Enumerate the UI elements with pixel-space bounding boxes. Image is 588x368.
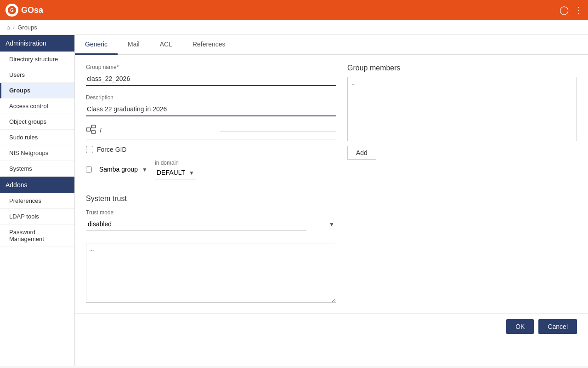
svg-rect-4: [91, 131, 96, 133]
sidebar-section-addons: Addons: [0, 177, 74, 193]
samba-select-wrapper: Samba group ▼: [97, 163, 149, 176]
sidebar-item-sudo-rules[interactable]: Sudo rules: [0, 130, 74, 145]
in-domain-group: in domain DEFAULT ▼: [155, 160, 196, 179]
description-group: Description: [86, 94, 336, 116]
domain-select-wrapper: DEFAULT ▼: [155, 166, 196, 179]
sidebar-item-users[interactable]: Users: [0, 67, 74, 83]
samba-row: Samba group ▼ in domain DEFAULT ▼: [86, 160, 336, 179]
tabs-bar: Generic Mail ACL References: [75, 35, 588, 55]
samba-group-select[interactable]: Samba group: [97, 163, 149, 176]
theme-toggle-icon[interactable]: ◯: [560, 5, 569, 15]
ok-button[interactable]: OK: [506, 319, 534, 334]
cancel-button[interactable]: Cancel: [538, 319, 577, 334]
trust-mode-arrow: ▼: [329, 221, 334, 228]
group-members-title: Group members: [347, 64, 577, 72]
sidebar-item-password-management[interactable]: Password Management: [0, 224, 74, 247]
force-gid-row: Force GID: [86, 146, 336, 153]
tab-mail[interactable]: Mail: [118, 35, 150, 55]
group-name-input[interactable]: [86, 72, 336, 86]
base-dn-icon: [86, 125, 96, 136]
trust-textarea[interactable]: ~: [86, 243, 336, 303]
home-icon[interactable]: ⌂: [6, 24, 10, 31]
sidebar-item-access-control[interactable]: Access control: [0, 98, 74, 114]
sidebar-section-administration: Administration: [0, 35, 74, 52]
logo-icon: G: [6, 4, 18, 17]
group-name-group: Group name*: [86, 64, 336, 86]
samba-group-checkbox[interactable]: [86, 167, 92, 172]
trust-mode-select[interactable]: disabled: [86, 218, 306, 231]
sidebar-item-object-groups[interactable]: Object groups: [0, 114, 74, 130]
tab-generic[interactable]: Generic: [75, 35, 118, 55]
footer-bar: OK Cancel: [75, 313, 588, 339]
description-label: Description: [86, 94, 336, 101]
group-members-placeholder: ~: [351, 81, 355, 88]
form-left: Group name* Description: [86, 64, 336, 304]
main-layout: Administration Directory structure Users…: [0, 35, 588, 366]
logo-text: GOsa: [21, 6, 43, 15]
svg-text:G: G: [10, 8, 14, 13]
system-trust-title: System trust: [86, 195, 336, 203]
tab-acl[interactable]: ACL: [150, 35, 182, 55]
trust-mode-select-wrapper: disabled ▼: [86, 218, 336, 231]
logo: G GOsa: [6, 4, 43, 17]
group-members-box: ~: [347, 77, 577, 141]
tab-references[interactable]: References: [182, 35, 236, 55]
main-content: Generic Mail ACL References Group name* …: [75, 35, 588, 366]
form-area: Group name* Description: [75, 55, 588, 313]
form-right: Group members ~ Add: [347, 64, 577, 304]
sidebar-item-preferences[interactable]: Preferences: [0, 193, 74, 209]
description-input[interactable]: [86, 103, 336, 116]
svg-rect-3: [91, 125, 96, 128]
force-gid-label: Force GID: [97, 146, 127, 153]
menu-icon[interactable]: ⋮: [574, 5, 582, 15]
sidebar-item-nis-netgroups[interactable]: NIS Netgroups: [0, 145, 74, 161]
group-name-label: Group name*: [86, 64, 336, 70]
base-dn-row: /: [86, 125, 336, 139]
sidebar-item-directory-structure[interactable]: Directory structure: [0, 52, 74, 67]
breadcrumb-separator: ›: [13, 24, 15, 31]
trust-mode-label: Trust mode: [86, 209, 336, 216]
base-dn-value: /: [100, 127, 216, 134]
breadcrumb: ⌂ › Groups: [0, 20, 588, 35]
domain-select[interactable]: DEFAULT: [155, 166, 196, 179]
trust-mode-group: Trust mode disabled ▼: [86, 209, 336, 231]
in-domain-label: in domain: [155, 160, 196, 166]
system-trust-section: System trust Trust mode disabled ▼ ~: [86, 195, 336, 304]
breadcrumb-current: Groups: [17, 24, 37, 31]
topbar-actions: ◯ ⋮: [560, 5, 582, 15]
sidebar: Administration Directory structure Users…: [0, 35, 75, 366]
force-gid-checkbox[interactable]: [86, 146, 93, 153]
add-member-button[interactable]: Add: [347, 146, 376, 160]
sidebar-item-ldap-tools[interactable]: LDAP tools: [0, 209, 74, 224]
sidebar-item-systems[interactable]: Systems: [0, 161, 74, 177]
sidebar-item-groups[interactable]: Groups: [0, 83, 74, 98]
section-divider: [86, 187, 336, 187]
svg-rect-2: [86, 128, 90, 131]
topbar: G GOsa ◯ ⋮: [0, 0, 588, 20]
